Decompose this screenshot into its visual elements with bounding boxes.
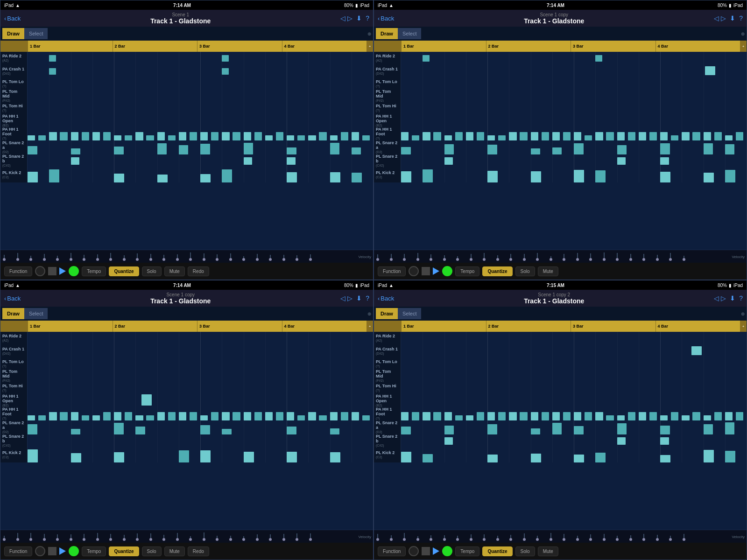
play-button[interactable] xyxy=(433,547,439,555)
prev-arrow[interactable]: ◁ xyxy=(340,14,345,22)
quantize-button[interactable]: Quantize xyxy=(109,266,139,276)
quantize-button[interactable]: Quantize xyxy=(482,546,512,556)
next-arrow[interactable]: ▷ xyxy=(721,14,726,22)
track-content[interactable] xyxy=(28,332,373,345)
track-content[interactable] xyxy=(401,358,747,370)
pause-button[interactable] xyxy=(48,267,56,275)
select-button[interactable]: Select xyxy=(24,28,48,39)
next-arrow[interactable]: ▷ xyxy=(347,14,352,22)
function-button[interactable]: Function xyxy=(378,546,406,556)
track-content[interactable] xyxy=(401,52,747,65)
track-content[interactable] xyxy=(28,382,373,394)
tempo-button[interactable]: Tempo xyxy=(82,266,106,276)
add-bar-icon[interactable]: + xyxy=(369,44,371,49)
quantize-button[interactable]: Quantize xyxy=(109,546,139,556)
download-icon[interactable]: ⬇ xyxy=(730,294,735,302)
pause-button[interactable] xyxy=(422,267,430,275)
stop-button[interactable] xyxy=(409,266,419,276)
back-button[interactable]: ‹ Back xyxy=(378,295,394,302)
play-button[interactable] xyxy=(59,267,66,275)
solo-button[interactable]: Solo xyxy=(142,546,162,556)
track-content[interactable] xyxy=(401,332,747,345)
add-icon[interactable]: ⊕ xyxy=(367,31,371,36)
track-content[interactable] xyxy=(28,434,373,448)
pause-button[interactable] xyxy=(48,547,56,555)
select-button[interactable]: Select xyxy=(398,28,422,39)
draw-button[interactable]: Draw xyxy=(2,28,24,39)
track-content[interactable] xyxy=(401,65,747,78)
track-content[interactable] xyxy=(28,52,373,65)
add-icon[interactable]: ⊕ xyxy=(741,311,745,316)
track-content[interactable] xyxy=(401,448,747,462)
back-button[interactable]: ‹ Back xyxy=(4,15,21,22)
record-button[interactable] xyxy=(69,266,79,276)
quantize-button[interactable]: Quantize xyxy=(482,266,512,276)
track-content[interactable] xyxy=(28,448,373,462)
next-arrow[interactable]: ▷ xyxy=(721,294,726,302)
track-content[interactable] xyxy=(28,154,373,168)
track-content[interactable] xyxy=(28,78,373,90)
track-content[interactable] xyxy=(28,102,373,114)
track-content[interactable] xyxy=(401,370,747,382)
stop-button[interactable] xyxy=(35,546,45,556)
track-content[interactable] xyxy=(401,102,747,114)
add-bar-icon[interactable]: + xyxy=(742,324,745,329)
draw-button[interactable]: Draw xyxy=(2,308,24,319)
function-button[interactable]: Function xyxy=(4,266,32,276)
track-content[interactable] xyxy=(401,140,747,154)
add-bar-icon[interactable]: + xyxy=(369,324,371,329)
redo-button[interactable]: Redo xyxy=(188,266,209,276)
track-content[interactable] xyxy=(28,394,373,407)
mute-button[interactable]: Mute xyxy=(164,546,185,556)
help-icon[interactable]: ? xyxy=(366,14,369,22)
tempo-button[interactable]: Tempo xyxy=(455,546,479,556)
tempo-button[interactable]: Tempo xyxy=(82,546,106,556)
prev-arrow[interactable]: ◁ xyxy=(714,14,719,22)
track-content[interactable] xyxy=(28,114,373,127)
download-icon[interactable]: ⬇ xyxy=(356,14,362,22)
redo-button[interactable]: Redo xyxy=(188,546,209,556)
track-content[interactable] xyxy=(401,114,747,127)
play-button[interactable] xyxy=(433,267,439,275)
mute-button[interactable]: Mute xyxy=(164,266,185,276)
track-content[interactable] xyxy=(401,127,747,140)
track-content[interactable] xyxy=(28,345,373,358)
prev-arrow[interactable]: ◁ xyxy=(714,294,719,302)
select-button[interactable]: Select xyxy=(24,308,48,319)
mute-button[interactable]: Mute xyxy=(538,546,558,556)
track-content[interactable] xyxy=(401,78,747,90)
track-content[interactable] xyxy=(401,434,747,448)
select-button[interactable]: Select xyxy=(398,308,422,319)
track-content[interactable] xyxy=(28,90,373,102)
mute-button[interactable]: Mute xyxy=(538,266,558,276)
record-button[interactable] xyxy=(69,546,79,556)
stop-button[interactable] xyxy=(409,546,419,556)
track-content[interactable] xyxy=(401,90,747,102)
download-icon[interactable]: ⬇ xyxy=(730,14,735,22)
track-content[interactable] xyxy=(401,382,747,394)
track-content[interactable] xyxy=(401,154,747,168)
track-content[interactable] xyxy=(28,420,373,434)
track-content[interactable] xyxy=(28,168,373,182)
draw-button[interactable]: Draw xyxy=(376,28,398,39)
draw-button[interactable]: Draw xyxy=(376,308,398,319)
prev-arrow[interactable]: ◁ xyxy=(340,294,345,302)
function-button[interactable]: Function xyxy=(4,546,32,556)
stop-button[interactable] xyxy=(35,266,45,276)
back-button[interactable]: ‹ Back xyxy=(4,295,21,302)
help-icon[interactable]: ? xyxy=(366,294,369,302)
track-content[interactable] xyxy=(28,127,373,140)
solo-button[interactable]: Solo xyxy=(142,266,162,276)
track-content[interactable] xyxy=(28,65,373,78)
track-content[interactable] xyxy=(401,345,747,358)
download-icon[interactable]: ⬇ xyxy=(356,294,362,302)
solo-button[interactable]: Solo xyxy=(515,546,535,556)
add-icon[interactable]: ⊕ xyxy=(367,311,371,316)
track-content[interactable] xyxy=(401,394,747,407)
help-icon[interactable]: ? xyxy=(739,294,743,302)
play-button[interactable] xyxy=(59,547,66,555)
track-content[interactable] xyxy=(28,140,373,154)
next-arrow[interactable]: ▷ xyxy=(347,294,352,302)
pause-button[interactable] xyxy=(422,547,430,555)
add-icon[interactable]: ⊕ xyxy=(741,31,745,36)
